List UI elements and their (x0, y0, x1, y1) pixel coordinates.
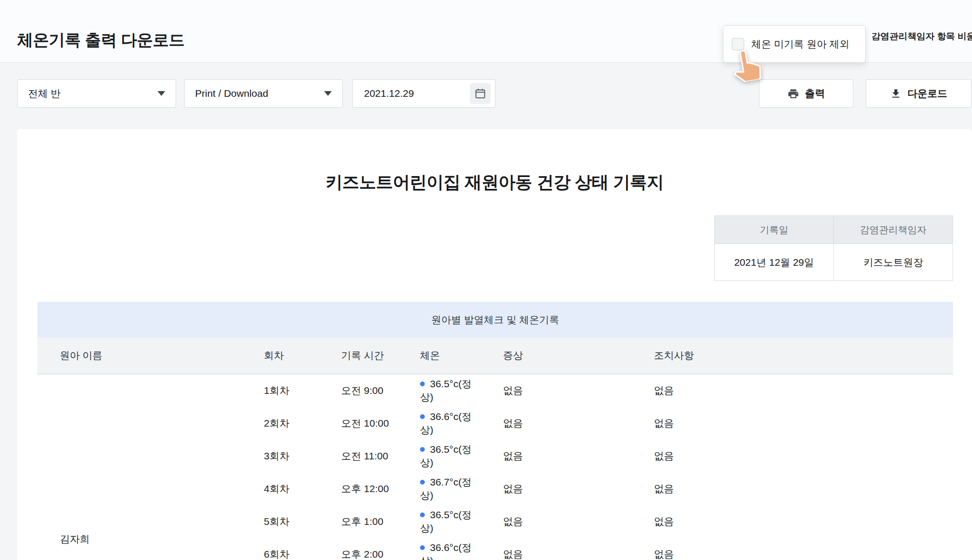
info-col-record-date: 기록일 (715, 216, 834, 244)
table-caption: 원아별 발열체크 및 체온기록 (37, 302, 953, 337)
download-button-label: 다운로드 (907, 87, 947, 100)
row-round: 1회차 (242, 374, 319, 407)
info-record-date: 2021년 12월 29일 (715, 244, 834, 281)
row-time: 오전 10:00 (319, 407, 398, 439)
col-child-name: 원아 이름 (37, 337, 242, 374)
mode-select-value: Print / Download (195, 88, 268, 99)
row-round: 3회차 (242, 439, 319, 472)
print-button-label: 출력 (805, 87, 825, 100)
date-input[interactable]: 2021.12.29 (352, 79, 495, 108)
col-round: 회차 (242, 337, 319, 374)
row-time: 오전 9:00 (319, 374, 398, 407)
row-action: 없음 (632, 439, 953, 472)
info-manager-name: 키즈노트원장 (834, 244, 953, 281)
col-action: 조치사항 (632, 337, 953, 374)
report-title: 키즈노트어린이집 재원아동 건강 상태 기록지 (17, 171, 972, 194)
info-col-manager: 감염관리책임자 (834, 216, 953, 244)
row-time: 오후 2:00 (319, 538, 398, 560)
temp-status-dot-icon (420, 480, 425, 485)
row-symptom: 없음 (481, 505, 632, 538)
page-title: 체온기록 출력 다운로드 (17, 29, 185, 51)
row-symptom: 없음 (481, 374, 632, 407)
temp-status-dot-icon (420, 513, 425, 517)
date-value: 2021.12.29 (364, 88, 414, 99)
row-action: 없음 (632, 374, 953, 407)
temp-status-dot-icon (420, 382, 425, 386)
row-time: 오후 1:00 (319, 505, 398, 538)
row-round: 4회차 (242, 472, 319, 505)
row-symptom: 없음 (481, 472, 632, 505)
table-row: 김자희 1회차 오전 9:00 36.5°c(정상) 없음 없음 (37, 374, 953, 407)
col-time: 기록 시간 (319, 337, 398, 374)
col-temp: 체온 (398, 337, 481, 374)
class-select[interactable]: 전체 반 (17, 79, 176, 108)
row-temp: 36.5°c(정상) (398, 374, 481, 407)
row-time: 오전 11:00 (319, 439, 398, 472)
row-round: 2회차 (242, 407, 319, 439)
row-temp: 36.7°c(정상) (398, 472, 481, 505)
temp-status-dot-icon (420, 545, 425, 550)
hand-cursor-icon (721, 37, 769, 85)
row-round: 6회차 (242, 538, 319, 560)
row-temp: 36.5°c(정상) (398, 439, 481, 472)
calendar-icon[interactable] (470, 83, 491, 104)
chevron-down-icon (324, 91, 332, 96)
download-button[interactable]: 다운로드 (866, 79, 972, 108)
report-card: 키즈노트어린이집 재원아동 건강 상태 기록지 기록일 감염관리책임자 2021… (17, 129, 972, 560)
row-action: 없음 (632, 472, 953, 505)
temp-status-dot-icon (420, 414, 425, 419)
row-symptom: 없음 (481, 439, 632, 472)
record-info-table: 기록일 감염관리책임자 2021년 12월 29일 키즈노트원장 (714, 215, 953, 281)
row-symptom: 없음 (481, 407, 632, 439)
temperature-table: 원아별 발열체크 및 체온기록 원아 이름 회차 기록 시간 체온 증상 조치사… (37, 302, 953, 560)
row-temp: 36.6°c(정상) (398, 407, 481, 439)
chevron-down-icon (158, 91, 165, 96)
row-symptom: 없음 (481, 538, 632, 560)
child-name: 김자희 (37, 374, 242, 560)
row-time: 오후 12:00 (319, 472, 398, 505)
hide-manager-option[interactable]: 감염관리책임자 항목 비움 (871, 30, 972, 43)
row-action: 없음 (632, 407, 953, 439)
row-round: 5회차 (242, 505, 319, 538)
class-select-value: 전체 반 (28, 87, 61, 100)
col-symptom: 증상 (481, 337, 632, 374)
printer-icon (787, 88, 799, 100)
exclude-unrecorded-label: 체온 미기록 원아 제외 (751, 37, 850, 51)
mode-select[interactable]: Print / Download (184, 79, 343, 108)
row-action: 없음 (632, 505, 953, 538)
download-icon (890, 88, 902, 100)
temp-status-dot-icon (420, 447, 425, 452)
row-action: 없음 (632, 538, 953, 560)
row-temp: 36.6°c(정상) (398, 538, 481, 560)
print-button[interactable]: 출력 (759, 79, 853, 108)
row-temp: 36.5°c(정상) (398, 505, 481, 538)
